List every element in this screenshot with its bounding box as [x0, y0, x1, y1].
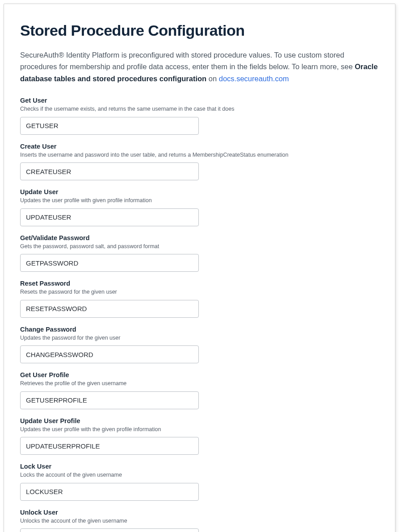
field-label: Reset Password [20, 280, 379, 287]
get-user-profile-input[interactable] [20, 391, 199, 409]
field-unlock-user: Unlock User Unlocks the account of the g… [20, 509, 379, 532]
update-user-profile-input[interactable] [20, 437, 199, 455]
field-change-password: Change Password Updates the password for… [20, 326, 379, 364]
field-label: Get User [20, 97, 379, 104]
intro-paragraph: SecureAuth® Identity Platform is preconf… [20, 49, 379, 84]
field-get-validate-password: Get/Validate Password Gets the password,… [20, 234, 379, 272]
lock-user-input[interactable] [20, 483, 199, 501]
field-label: Unlock User [20, 509, 379, 516]
field-label: Create User [20, 143, 379, 150]
stored-procedure-config-panel: Stored Procedure Configuration SecureAut… [4, 4, 395, 532]
field-label: Change Password [20, 326, 379, 333]
field-update-user-profile: Update User Profile Updates the user pro… [20, 417, 379, 455]
field-lock-user: Lock User Locks the account of the given… [20, 463, 379, 501]
update-user-input[interactable] [20, 208, 199, 226]
unlock-user-input[interactable] [20, 528, 199, 532]
field-label: Get/Validate Password [20, 234, 379, 241]
field-help: Unlocks the account of the given usernam… [20, 517, 379, 525]
page-title: Stored Procedure Configuration [20, 22, 379, 39]
change-password-input[interactable] [20, 345, 199, 363]
field-label: Update User [20, 188, 379, 195]
field-get-user: Get User Checks if the username exists, … [20, 97, 379, 135]
field-get-user-profile: Get User Profile Retrieves the profile o… [20, 371, 379, 409]
field-label: Lock User [20, 463, 379, 470]
intro-link[interactable]: docs.secureauth.com [219, 75, 289, 83]
field-help: Checks if the username exists, and retur… [20, 105, 379, 113]
field-help: Locks the account of the given username [20, 471, 379, 479]
reset-password-input[interactable] [20, 300, 199, 318]
field-reset-password: Reset Password Resets the password for t… [20, 280, 379, 318]
field-help: Inserts the username and password into t… [20, 151, 379, 159]
get-user-input[interactable] [20, 117, 199, 135]
field-help: Resets the password for the given user [20, 288, 379, 296]
field-label: Get User Profile [20, 371, 379, 378]
field-help: Gets the password, password salt, and pa… [20, 243, 379, 251]
create-user-input[interactable] [20, 162, 199, 180]
field-help: Retrieves the profile of the given usern… [20, 380, 379, 388]
field-help: Updates the user profile with the given … [20, 426, 379, 434]
field-help: Updates the password for the given user [20, 334, 379, 342]
intro-text-middle: on [206, 75, 219, 83]
get-validate-password-input[interactable] [20, 254, 199, 272]
field-update-user: Update User Updates the user profile wit… [20, 188, 379, 226]
intro-text-before: SecureAuth® Identity Platform is preconf… [20, 51, 355, 71]
field-label: Update User Profile [20, 417, 379, 424]
field-help: Updates the user profile with given prof… [20, 197, 379, 205]
field-create-user: Create User Inserts the username and pas… [20, 143, 379, 181]
